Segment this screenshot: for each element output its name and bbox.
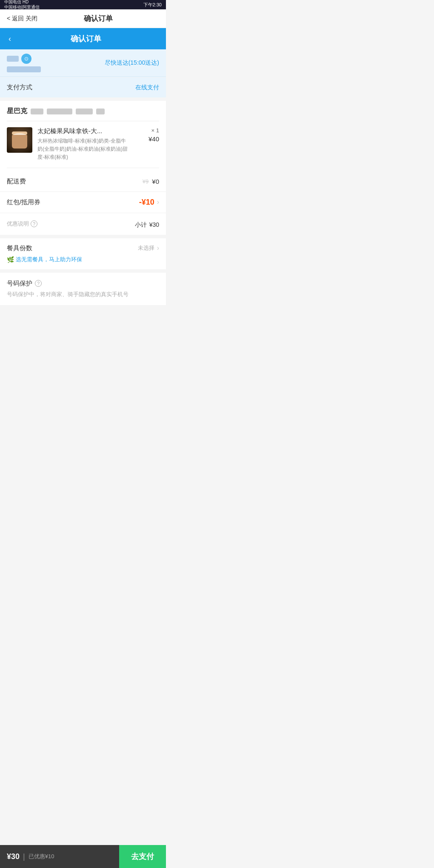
order-item: 太妃榛果风味拿铁-大... 大杯热浓缩咖啡-标准(标准)奶类-全脂牛奶(全脂牛奶… bbox=[7, 121, 159, 168]
item-price: ¥40 bbox=[148, 135, 159, 143]
item-quantity: × 1 bbox=[151, 127, 159, 134]
utensils-eco: 🌿 选无需餐具，马上助力环保 bbox=[7, 256, 159, 263]
address-row-2 bbox=[7, 66, 41, 72]
utensils-section[interactable]: 餐具份数 未选择 › 🌿 选无需餐具，马上助力环保 bbox=[0, 238, 166, 269]
native-back-button[interactable]: < 返回 关闭 bbox=[7, 15, 37, 23]
item-name: 太妃榛果风味拿铁-大... bbox=[37, 127, 128, 135]
coupon-label: 红包/抵用券 bbox=[7, 198, 40, 206]
delivery-address-area: ⊙ bbox=[7, 54, 41, 72]
phone-protection-desc: 号码保护中，将对商家、骑手隐藏您的真实手机号 bbox=[7, 290, 159, 299]
utensils-right: 未选择 › bbox=[138, 244, 159, 252]
delivery-fee-original: ¥9 bbox=[143, 178, 148, 185]
restaurant-blurred-2 bbox=[47, 108, 72, 114]
help-icon[interactable]: ? bbox=[31, 220, 37, 227]
address-row: ⊙ bbox=[7, 54, 41, 64]
restaurant-blurred-1 bbox=[31, 108, 43, 114]
utensils-row: 餐具份数 未选择 › bbox=[7, 244, 159, 252]
status-time: 下午2:30 bbox=[143, 2, 162, 8]
blue-header-back-button[interactable]: ‹ bbox=[7, 33, 13, 45]
coupon-amount: -¥10 bbox=[139, 198, 154, 207]
phone-help-icon[interactable]: ? bbox=[35, 280, 42, 287]
delivery-section: ⊙ 尽快送达(15:00送达) bbox=[0, 49, 166, 77]
cup-body bbox=[12, 135, 27, 148]
coupon-row[interactable]: 红包/抵用券 -¥10 › bbox=[0, 192, 166, 213]
restaurant-blurred-4 bbox=[96, 108, 105, 114]
carrier-info: 中国电信 HD 中国移动|阿里通信 bbox=[4, 0, 40, 10]
utensils-label: 餐具份数 bbox=[7, 244, 32, 252]
delivery-fee-label: 配送费 bbox=[7, 177, 26, 186]
coupon-chevron-icon: › bbox=[157, 198, 159, 206]
utensils-status: 未选择 bbox=[138, 244, 154, 252]
item-info: 太妃榛果风味拿铁-大... 大杯热浓缩咖啡-标准(标准)奶类-全脂牛奶(全脂牛奶… bbox=[37, 127, 128, 162]
eco-text: 选无需餐具，马上助力环保 bbox=[16, 256, 82, 263]
payment-label: 支付方式 bbox=[7, 83, 32, 91]
item-image bbox=[7, 127, 32, 153]
native-nav-title: 确认订单 bbox=[37, 14, 159, 23]
coffee-image bbox=[7, 127, 32, 153]
address-blurred-1 bbox=[7, 56, 19, 62]
utensils-chevron-icon: › bbox=[157, 244, 159, 252]
address-blurred-2 bbox=[7, 66, 41, 72]
delivery-fee-values: ¥9 ¥0 bbox=[143, 178, 159, 185]
status-bar: 中国电信 HD 中国移动|阿里通信 下午2:30 bbox=[0, 0, 166, 9]
blue-header-title: 确认订单 bbox=[13, 34, 159, 44]
delivery-fee-current: ¥0 bbox=[152, 178, 159, 185]
address-circle-icon: ⊙ bbox=[21, 54, 31, 64]
subtotal-value: 小计 ¥30 bbox=[135, 219, 159, 229]
phone-protection-label: 号码保护 ? bbox=[7, 280, 159, 288]
phone-protection-section: 号码保护 ? 号码保护中，将对商家、骑手隐藏您的真实手机号 bbox=[0, 273, 166, 306]
payment-section[interactable]: 支付方式 在线支付 bbox=[0, 77, 166, 97]
native-nav-bar: < 返回 关闭 确认订单 bbox=[0, 9, 166, 28]
coupon-value-group: -¥10 › bbox=[139, 198, 159, 207]
subtotal-label: 优惠说明 ? bbox=[7, 220, 37, 228]
coffee-cup-icon bbox=[12, 131, 27, 148]
leaf-icon: 🌿 bbox=[7, 256, 14, 263]
restaurant-section: 星巴克 太妃榛果风味拿铁-大... 大杯热浓缩咖啡-标准(标准)奶类-全脂牛奶(… bbox=[0, 101, 166, 171]
restaurant-blurred-3 bbox=[76, 108, 93, 114]
payment-value: 在线支付 bbox=[135, 84, 159, 91]
subtotal-row: 优惠说明 ? 小计 ¥30 bbox=[0, 213, 166, 235]
item-description: 大杯热浓缩咖啡-标准(标准)奶类-全脂牛奶(全脂牛奶)奶油-标准奶油(标准奶油)… bbox=[37, 137, 128, 162]
item-qty-price: × 1 ¥40 bbox=[134, 127, 159, 143]
restaurant-name: 星巴克 bbox=[7, 107, 159, 121]
blue-header: ‹ 确认订单 bbox=[0, 28, 166, 49]
delivery-fee-row: 配送费 ¥9 ¥0 bbox=[0, 171, 166, 192]
delivery-time-text: 尽快送达(15:00送达) bbox=[105, 59, 159, 67]
